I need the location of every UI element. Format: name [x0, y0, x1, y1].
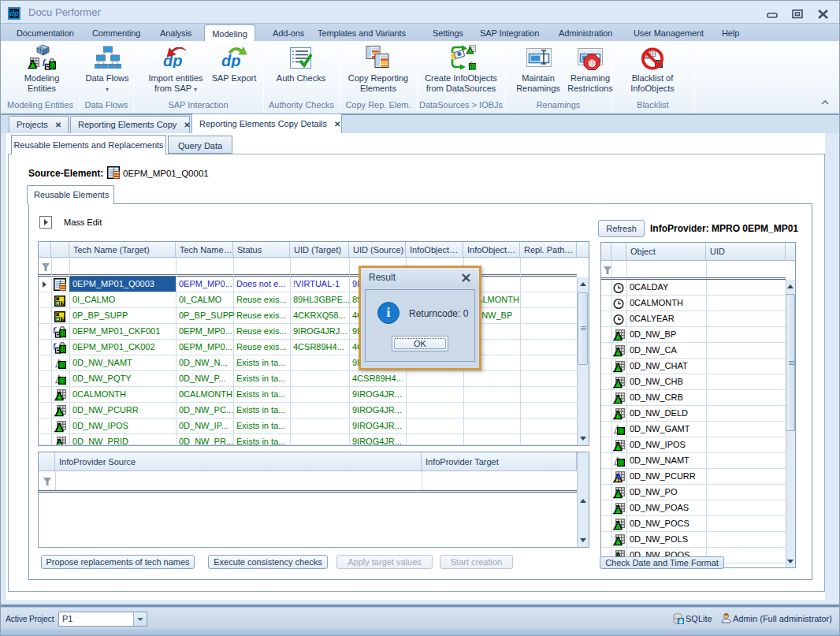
- svg-text:dp: dp: [10, 9, 19, 17]
- svg-text:dp: dp: [221, 52, 240, 68]
